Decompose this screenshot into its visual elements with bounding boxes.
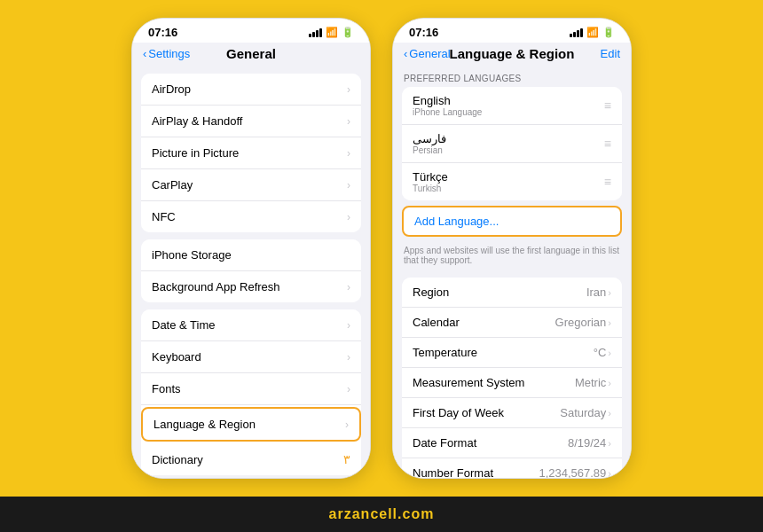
chevron-icon: › (347, 319, 350, 332)
status-bar-right: 07:16 📶 🔋 (393, 19, 631, 43)
nav-title-right: Language & Region (450, 46, 575, 61)
status-icons-left: 📶 🔋 (309, 27, 354, 38)
settings-group-3: Date & Time › Keyboard › Fonts › Languag… (141, 309, 361, 475)
wifi-icon: 📶 (326, 27, 338, 38)
list-item[interactable]: First Day of Week Saturday › (402, 398, 622, 428)
battery-icon: 🔋 (342, 27, 354, 38)
chevron-icon: › (347, 281, 350, 293)
chevron-icon: › (608, 378, 611, 388)
phone-right: 07:16 📶 🔋 ‹ General Language & Region Ed… (392, 18, 632, 479)
chevron-icon: › (347, 383, 350, 395)
nav-title-left: General (226, 46, 276, 61)
chevron-icon: › (345, 419, 349, 431)
languages-group: English iPhone Language ≡ فارسی Persian … (402, 87, 622, 200)
region-settings-group: Region Iran › Calendar Gregorian › Tempe… (402, 278, 622, 478)
wifi-icon: 📶 (586, 27, 599, 38)
chevron-icon: › (347, 351, 350, 364)
chevron-icon: › (347, 211, 350, 223)
list-item[interactable]: Calendar Gregorian › (402, 308, 622, 338)
list-item[interactable]: Picture in Picture › (141, 137, 361, 169)
add-language-button[interactable]: Add Language... (402, 206, 622, 237)
list-item[interactable]: English iPhone Language ≡ (402, 87, 622, 125)
list-item[interactable]: Measurement System Metric › (402, 368, 622, 398)
settings-group-1: AirDrop › AirPlay & Handoff › Picture in… (141, 74, 361, 232)
drag-handle-icon[interactable]: ≡ (604, 175, 611, 189)
list-item[interactable]: Temperature °C › (402, 338, 622, 368)
chevron-icon: › (608, 468, 611, 479)
list-item[interactable]: Dictionary ٣ (141, 443, 361, 475)
battery-icon: 🔋 (602, 27, 615, 38)
list-item[interactable]: CarPlay › (141, 169, 361, 201)
preferred-languages-header: PREFERRED LANGUAGES (393, 66, 631, 87)
phone-left: 07:16 📶 🔋 ‹ Settings General (131, 18, 371, 479)
add-language-hint: Apps and websites will use the first lan… (393, 242, 631, 272)
signal-icon (570, 28, 583, 37)
settings-list: AirDrop › AirPlay & Handoff › Picture in… (132, 66, 370, 478)
list-item[interactable]: Türkçe Turkish ≡ (402, 163, 622, 200)
chevron-icon: › (608, 438, 611, 449)
settings-group-2: iPhone Storage Background App Refresh › (141, 239, 361, 302)
list-item[interactable]: Fonts › (141, 373, 361, 405)
list-item[interactable]: فارسی Persian ≡ (402, 125, 622, 163)
nav-bar-right: ‹ General Language & Region Edit (393, 43, 631, 66)
list-item[interactable]: iPhone Storage (141, 239, 361, 271)
list-item[interactable]: Region Iran › (402, 278, 622, 308)
chevron-icon: › (347, 179, 350, 192)
status-time-right: 07:16 (409, 26, 438, 39)
persian-badge: ٣ (343, 452, 350, 466)
list-item[interactable]: Date & Time › (141, 309, 361, 341)
list-item[interactable]: NFC › (141, 201, 361, 232)
bottom-bar: arzancell.com (0, 497, 763, 532)
list-item[interactable]: AirPlay & Handoff › (141, 106, 361, 137)
back-button-right[interactable]: ‹ General (404, 47, 451, 60)
status-icons-right: 📶 🔋 (570, 27, 615, 38)
status-time-left: 07:16 (148, 26, 177, 39)
chevron-icon: › (347, 147, 350, 160)
list-item[interactable]: Keyboard › (141, 341, 361, 373)
chevron-icon: › (608, 408, 611, 419)
drag-handle-icon[interactable]: ≡ (604, 98, 611, 113)
signal-icon (309, 28, 322, 37)
list-item[interactable]: Background App Refresh › (141, 271, 361, 302)
list-item[interactable]: Number Format 1,234,567.89 › (402, 458, 622, 478)
chevron-icon: › (608, 317, 611, 328)
chevron-icon: › (608, 287, 611, 298)
back-button-left[interactable]: ‹ Settings (143, 47, 190, 60)
edit-button[interactable]: Edit (601, 47, 620, 60)
language-region-item[interactable]: Language & Region › (141, 407, 361, 442)
list-item[interactable]: Date Format 8/19/24 › (402, 428, 622, 458)
status-bar-left: 07:16 📶 🔋 (132, 19, 370, 43)
language-region-content: PREFERRED LANGUAGES English iPhone Langu… (393, 66, 631, 478)
chevron-icon: › (347, 115, 350, 128)
chevron-icon: › (347, 83, 350, 96)
brand-text: arzancell.com (329, 506, 435, 522)
nav-bar-left: ‹ Settings General (132, 43, 370, 66)
list-item[interactable]: AirDrop › (141, 74, 361, 106)
drag-handle-icon[interactable]: ≡ (604, 137, 611, 151)
chevron-icon: › (608, 348, 611, 358)
